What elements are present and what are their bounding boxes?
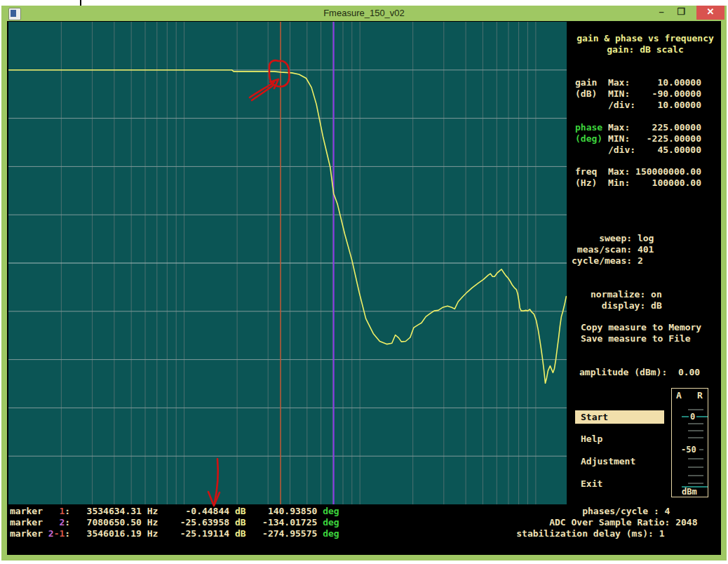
save-measure-command[interactable]: Save measure to File xyxy=(581,333,691,344)
gain-div: /div: 10.00000 xyxy=(575,100,701,110)
display-mode: display: dB xyxy=(591,300,662,311)
app-window: Fmeasure_150_v02 – ❒ ✕ gain & phase vs f… xyxy=(1,6,727,560)
close-button[interactable]: ✕ xyxy=(696,6,724,20)
marker-freq: 3546016.19 Hz xyxy=(70,528,158,539)
deg-unit: deg xyxy=(323,517,339,528)
content-area: gain & phase vs frequency gain: dB scalc… xyxy=(7,21,721,555)
marker-deg: -134.01725 xyxy=(246,517,323,528)
plot-canvas[interactable] xyxy=(8,22,567,504)
sweep-mode: sweep: log xyxy=(572,233,654,243)
phase-max: Max: 225.00000 xyxy=(602,122,701,133)
marker-freq: 7080650.50 Hz xyxy=(70,517,158,528)
chart-title: gain & phase vs frequency xyxy=(569,33,721,44)
marker-num: 2 xyxy=(48,517,65,528)
measure-actions: Copy measure to MemorySave measure to Fi… xyxy=(581,322,701,344)
svg-text:R: R xyxy=(697,390,703,401)
marker-label: marker xyxy=(10,528,48,539)
phase-scale-block: phase Max: 225.00000(deg) MIN: -225.0000… xyxy=(575,122,701,156)
normalize-block: normalize: on display: dB xyxy=(591,289,662,311)
db-unit: dB xyxy=(235,517,246,528)
adc-oversample-ratio: ADC Over Sample Ratio: 2048 xyxy=(549,517,714,528)
svg-text:dBm: dBm xyxy=(682,487,697,497)
svg-text:0: 0 xyxy=(690,412,695,422)
meas-per-scan: meas/scan: 401 xyxy=(572,244,654,255)
title-bar[interactable]: Fmeasure_150_v02 – ❒ ✕ xyxy=(1,6,727,21)
sweep-settings-block: sweep: log meas/scan: 401cycle/meas: 2 xyxy=(572,233,654,267)
svg-text:-50: -50 xyxy=(681,445,696,455)
level-meter-scale: AR0-50dBm xyxy=(672,389,708,497)
desktop-edge-artifact xyxy=(80,0,81,6)
phase-min: MIN: -225.00000 xyxy=(602,133,701,144)
sidebar: gain & phase vs frequency gain: dB scalc… xyxy=(569,21,721,555)
gain-min: (dB) MIN: -90.00000 xyxy=(575,88,701,99)
menu-item-help[interactable]: Help xyxy=(575,432,672,445)
menu-item-start[interactable]: Start xyxy=(575,410,664,424)
phase-label: phase xyxy=(575,122,602,133)
svg-text:A: A xyxy=(676,390,682,401)
amplitude-setting: amplitude (dBm): 0.00 xyxy=(579,367,700,378)
phases-per-cycle: phases/cycle : 4 xyxy=(582,506,714,517)
stabilization-delay: stabilization delay (ms): 1 xyxy=(516,528,714,539)
cycle-per-meas: cycle/meas: 2 xyxy=(572,255,643,266)
freq-range-block: freq Max: 150000000.00(Hz) Min: 100000.0… xyxy=(575,166,701,189)
phase-div: /div: 45.00000 xyxy=(575,145,701,155)
phase-unit-label: (deg) xyxy=(575,133,602,144)
marker-freq: 3534634.31 Hz xyxy=(70,506,158,516)
gain-max: gain Max: 10.00000 xyxy=(575,77,701,88)
menu-item-adjustment[interactable]: Adjustment xyxy=(575,455,672,468)
db-unit: dB xyxy=(235,506,246,516)
marker-num: -1 xyxy=(54,528,65,539)
marker-num: 2 xyxy=(48,528,54,539)
marker-num: 1 xyxy=(48,506,65,516)
maximize-button[interactable]: ❒ xyxy=(672,6,690,20)
deg-unit: deg xyxy=(323,506,339,516)
db-unit: dB xyxy=(235,528,246,539)
marker-db: -0.44844 xyxy=(158,506,235,516)
marker-1-readout: marker 1: 3534634.31 Hz -0.44844 dB 140.… xyxy=(10,506,339,517)
normalize-state: normalize: on xyxy=(591,289,662,300)
marker-2-readout: marker 2: 7080650.50 Hz -25.63958 dB -13… xyxy=(10,517,339,528)
marker-db: -25.63958 xyxy=(158,517,235,528)
marker-label: marker xyxy=(10,517,48,528)
menu-item-exit[interactable]: Exit xyxy=(575,477,672,490)
marker-label: marker xyxy=(10,506,48,516)
window-title: Fmeasure_150_v02 xyxy=(1,8,727,18)
marker-db: -25.19114 xyxy=(158,528,235,539)
gain-scale-block: gain Max: 10.00000(dB) MIN: -90.00000 /d… xyxy=(575,77,701,111)
status-band: marker 1: 3534634.31 Hz -0.44844 dB 140.… xyxy=(7,504,721,555)
marker-deg: -274.95575 xyxy=(246,528,323,539)
deg-unit: deg xyxy=(323,528,339,539)
gain-trace-chart xyxy=(8,22,567,504)
level-meter: AR0-50dBm xyxy=(671,388,708,497)
minimize-button[interactable]: – xyxy=(652,6,670,20)
marker-deg: 140.93850 xyxy=(246,506,323,516)
copy-measure-command[interactable]: Copy measure to Memory xyxy=(581,322,701,333)
screen: Fmeasure_150_v02 – ❒ ✕ gain & phase vs f… xyxy=(0,0,728,564)
freq-max: freq Max: 150000000.00 xyxy=(575,166,701,177)
marker-delta-readout: marker 2-1: 3546016.19 Hz -25.19114 dB -… xyxy=(10,528,339,539)
chart-subtitle: gain: dB scalc xyxy=(569,44,721,55)
freq-min: (Hz) Min: 100000.00 xyxy=(575,177,701,188)
